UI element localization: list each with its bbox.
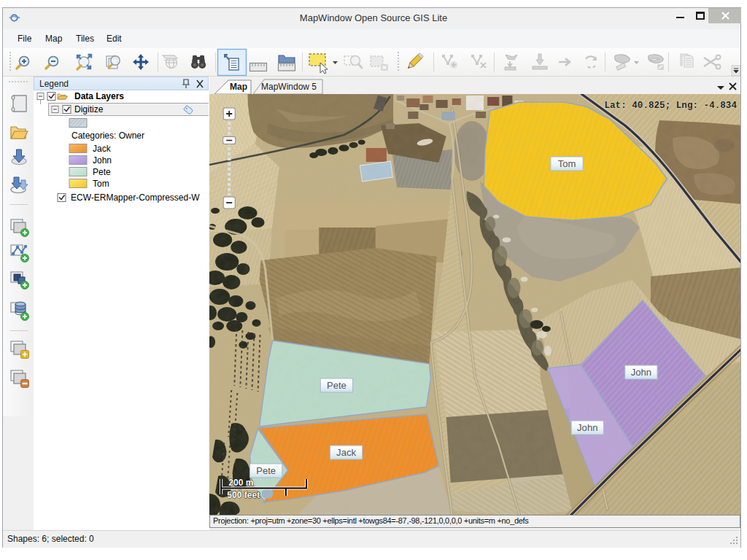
svg-text:Data Layers: Data Layers bbox=[74, 91, 124, 101]
svg-text:Tom: Tom bbox=[558, 158, 576, 169]
svg-text:Jack: Jack bbox=[336, 447, 356, 458]
svg-text:500 feet: 500 feet bbox=[227, 490, 260, 500]
svg-text:John: John bbox=[577, 422, 597, 433]
svg-text:Digitize: Digitize bbox=[74, 104, 104, 114]
svg-text:ECW-ERMapper-Compressed-W: ECW-ERMapper-Compressed-W bbox=[71, 192, 200, 203]
svg-text:200 m: 200 m bbox=[228, 478, 253, 488]
svg-text:Pete: Pete bbox=[93, 167, 111, 177]
svg-text:Tom: Tom bbox=[93, 179, 109, 189]
svg-text:Pete: Pete bbox=[327, 380, 347, 391]
svg-text:Lat: 40.825; Lng: -4.834: Lat: 40.825; Lng: -4.834 bbox=[604, 101, 737, 111]
svg-text:Categories: Owner: Categories: Owner bbox=[71, 131, 144, 141]
svg-text:Jack: Jack bbox=[93, 144, 112, 154]
svg-text:Pete: Pete bbox=[256, 465, 276, 476]
svg-text:Map: Map bbox=[230, 82, 247, 92]
svg-text:John: John bbox=[631, 367, 651, 378]
svg-text:MapWindow 5: MapWindow 5 bbox=[261, 82, 317, 92]
svg-text:John: John bbox=[93, 155, 112, 166]
